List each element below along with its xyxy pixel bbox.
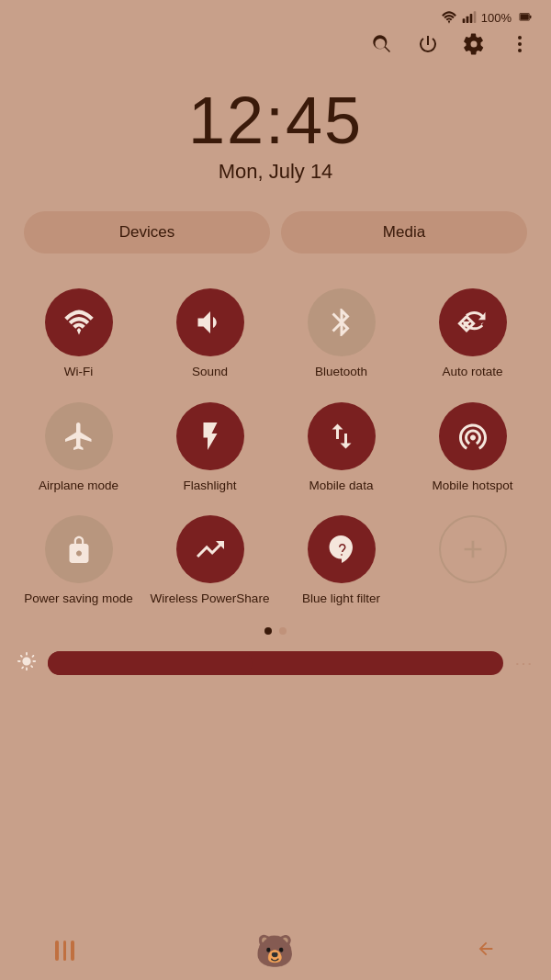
airplane-label: Airplane mode	[39, 478, 118, 494]
wirelesspowershare-circle	[176, 515, 244, 583]
tab-media[interactable]: Media	[281, 211, 527, 253]
back-button[interactable]	[476, 939, 496, 963]
tile-add[interactable]	[407, 506, 538, 620]
more-icon[interactable]	[509, 33, 531, 55]
powersaving-icon	[62, 533, 96, 566]
dot-1	[264, 627, 272, 635]
airplane-icon	[62, 420, 96, 453]
clock-date: Mon, July 14	[0, 160, 551, 184]
mobiledata-icon	[325, 420, 358, 453]
tile-airplane[interactable]: Airplane mode	[13, 393, 144, 507]
tile-bluetooth[interactable]: Bluetooth	[276, 279, 407, 393]
tab-devices[interactable]: Devices	[24, 211, 270, 253]
tile-flashlight[interactable]: Flashlight	[144, 393, 276, 507]
brightness-icon	[17, 651, 37, 675]
signal-icon	[462, 10, 477, 25]
wirelesspowershare-label: Wireless PowerShare	[151, 591, 270, 607]
status-bar: 100%	[0, 0, 551, 29]
recent-apps-button[interactable]	[55, 941, 74, 961]
dot-2	[279, 627, 287, 635]
search-icon[interactable]	[371, 33, 393, 55]
tile-bluelightfilter[interactable]: Blue light filter	[276, 506, 407, 620]
hotspot-circle	[439, 402, 507, 470]
sound-icon	[194, 306, 227, 339]
sound-label: Sound	[192, 364, 228, 380]
power-icon[interactable]	[417, 33, 439, 55]
flashlight-circle	[176, 402, 244, 470]
battery-icon	[516, 11, 534, 24]
svg-rect-2	[469, 14, 472, 23]
svg-rect-7	[530, 16, 532, 19]
mobiledata-label: Mobile data	[309, 478, 374, 494]
wifi-status-icon	[441, 9, 457, 26]
rotate-icon	[456, 306, 489, 339]
svg-point-9	[518, 42, 522, 46]
wirelesspowershare-icon	[194, 533, 227, 566]
mobiledata-circle	[308, 402, 376, 470]
dots-row	[0, 620, 551, 648]
bluetooth-label: Bluetooth	[315, 364, 367, 380]
brightness-row[interactable]: ⋯	[0, 648, 551, 684]
powersaving-circle	[45, 515, 113, 583]
autorotate-label: Auto rotate	[442, 364, 502, 380]
wifi-icon	[62, 306, 96, 339]
home-button[interactable]: 🐻	[255, 932, 294, 969]
bluelightfilter-icon	[325, 533, 358, 566]
clock-time: 12:45	[0, 83, 551, 158]
tile-mobiledata[interactable]: Mobile data	[276, 393, 407, 507]
airplane-circle	[45, 402, 113, 470]
svg-rect-0	[462, 18, 465, 23]
tile-powersaving[interactable]: Power saving mode	[13, 506, 144, 620]
flashlight-icon	[194, 420, 227, 453]
settings-icon[interactable]	[463, 33, 485, 55]
hotspot-icon	[456, 420, 489, 453]
bluetooth-circle	[308, 288, 376, 356]
hotspot-label: Mobile hotspot	[433, 478, 513, 494]
wifi-label: Wi-Fi	[64, 364, 93, 380]
tile-hotspot[interactable]: Mobile hotspot	[407, 393, 538, 507]
add-circle	[439, 515, 507, 583]
svg-rect-3	[473, 11, 476, 23]
tile-wirelesspowershare[interactable]: Wireless PowerShare	[144, 506, 276, 620]
svg-rect-1	[466, 17, 468, 23]
tiles-grid: Wi-Fi Sound Bluetooth Auto rotate Airpla…	[0, 263, 551, 620]
brightness-more[interactable]: ⋯	[514, 652, 534, 674]
bottom-nav: 🐻	[0, 921, 551, 980]
wifi-circle	[45, 288, 113, 356]
sound-circle	[176, 288, 244, 356]
tile-sound[interactable]: Sound	[144, 279, 276, 393]
flashlight-label: Flashlight	[184, 478, 237, 494]
brightness-fill	[48, 651, 253, 675]
svg-point-10	[518, 49, 522, 52]
svg-rect-6	[520, 14, 528, 19]
tile-wifi[interactable]: Wi-Fi	[13, 279, 144, 393]
top-actions	[0, 29, 551, 64]
add-icon	[458, 535, 488, 564]
status-icons: 100%	[441, 9, 534, 26]
tile-autorotate[interactable]: Auto rotate	[407, 279, 538, 393]
autorotate-circle	[439, 288, 507, 356]
brightness-slider[interactable]	[48, 651, 503, 675]
battery-percent: 100%	[481, 11, 512, 25]
bluetooth-icon	[325, 306, 358, 339]
clock-area: 12:45 Mon, July 14	[0, 64, 551, 191]
bluelightfilter-label: Blue light filter	[302, 591, 380, 607]
powersaving-label: Power saving mode	[24, 591, 133, 607]
svg-point-8	[518, 36, 522, 39]
bluelightfilter-circle	[308, 515, 376, 583]
tabs-row: Devices Media	[0, 191, 551, 263]
